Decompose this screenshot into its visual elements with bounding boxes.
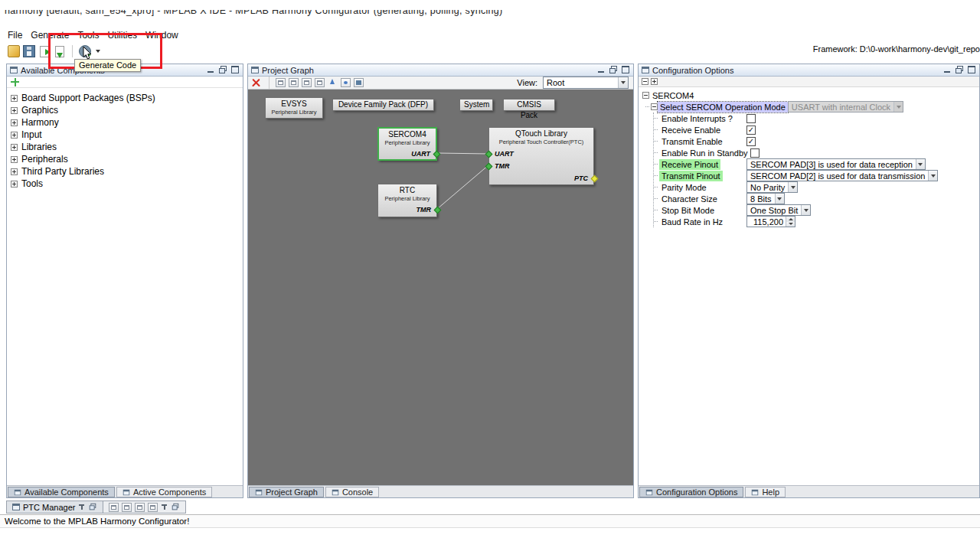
tree-item-graphics[interactable]: Graphics [7, 104, 243, 116]
tab-project-graph[interactable]: Project Graph [249, 487, 324, 497]
tree-item-bsp[interactable]: Board Support Packages (BSPs) [7, 92, 243, 104]
export-icon[interactable] [55, 46, 64, 57]
node-device-family-pack[interactable]: Device Family Pack (DFP) [332, 99, 434, 111]
maximize-icon[interactable] [967, 66, 976, 74]
expand-icon[interactable] [11, 95, 18, 102]
run-in-standby-checkbox[interactable] [750, 148, 760, 158]
parity-mode-select[interactable]: No Parity [746, 181, 798, 193]
collapse-all-icon[interactable] [642, 78, 648, 85]
expand-icon[interactable] [11, 181, 18, 187]
tree-item-third-party[interactable]: Third Party Libraries [7, 165, 243, 178]
config-row-enable-interrupts[interactable]: Enable Interrupts ? [654, 112, 979, 124]
graph-canvas[interactable]: EVSYS Peripheral Library Device Family P… [248, 90, 633, 485]
float-window-icon[interactable] [172, 504, 179, 510]
config-row-receive-enable[interactable]: Receive Enable ✓ [654, 124, 979, 135]
transmit-enable-checkbox[interactable]: ✓ [746, 137, 756, 146]
receive-enable-checkbox[interactable]: ✓ [746, 126, 756, 135]
receive-pinout-select[interactable]: SERCOM PAD[3] is used for data reception [746, 158, 926, 170]
tab-help[interactable]: Help [745, 487, 786, 497]
window-icon[interactable] [109, 503, 119, 512]
save-icon[interactable] [23, 45, 35, 57]
expand-icon[interactable] [11, 144, 18, 151]
config-row-transmit-enable[interactable]: Transmit Enable ✓ [654, 135, 979, 147]
node-system[interactable]: System [459, 99, 493, 111]
config-row-transmit-pinout[interactable]: Transmit Pinout SERCOM PAD[2] is used fo… [654, 170, 979, 181]
expand-all-icon[interactable] [651, 78, 658, 85]
window-icon[interactable] [135, 503, 145, 512]
new-window-icon[interactable] [276, 78, 286, 87]
expand-icon[interactable] [11, 156, 18, 163]
config-row-run-in-standby[interactable]: Enable Run in Standby [654, 147, 979, 158]
window-icon[interactable] [122, 503, 132, 512]
node-sercom4[interactable]: SERCOM4 Peripheral Library UART [377, 127, 437, 161]
delete-node-icon[interactable] [252, 79, 260, 87]
node-rtc[interactable]: RTC Peripheral Library TMR [377, 184, 437, 217]
tree-item-input[interactable]: Input [7, 129, 243, 141]
menu-tools[interactable]: Tools [77, 30, 99, 41]
stop-bit-mode-select[interactable]: One Stop Bit [746, 204, 811, 216]
menu-utilities[interactable]: Utilities [107, 30, 137, 41]
generate-code-caret-icon[interactable] [96, 50, 100, 53]
menu-generate[interactable]: Generate [31, 30, 69, 41]
config-row-operation-mode[interactable]: Select SERCOM Operation Mode USART with … [645, 101, 979, 112]
collapse-icon[interactable] [642, 92, 649, 99]
maximize-icon[interactable] [230, 66, 240, 74]
tile-window-icon[interactable] [302, 78, 312, 87]
minimize-icon[interactable] [942, 66, 952, 74]
expand-icon[interactable] [11, 107, 18, 114]
close-window-icon[interactable] [315, 78, 325, 87]
tree-item-harmony[interactable]: Harmony [7, 116, 243, 129]
save-graph-icon[interactable] [354, 78, 364, 87]
tree-item-peripherals[interactable]: Peripherals [7, 153, 243, 165]
zoom-fit-icon[interactable] [341, 78, 351, 87]
config-row-parity-mode[interactable]: Parity Mode No Parity [654, 181, 979, 193]
minimize-icon[interactable] [206, 66, 215, 74]
view-select[interactable]: Root [543, 77, 629, 89]
float-window-icon[interactable] [955, 66, 964, 74]
chevron-down-icon[interactable] [916, 159, 925, 169]
chevron-down-icon[interactable] [775, 194, 784, 204]
window-icon[interactable] [148, 503, 158, 512]
baud-rate-spinner[interactable]: 115,200 [746, 216, 795, 227]
harmony-icon[interactable] [8, 45, 20, 57]
move-up-icon[interactable] [328, 78, 338, 87]
chevron-down-icon[interactable] [618, 77, 628, 88]
minimize-icon[interactable] [596, 66, 606, 74]
node-qtouch-library[interactable]: QTouch Library Peripheral Touch Controll… [488, 127, 594, 185]
expand-icon[interactable] [11, 132, 18, 139]
transmit-pinout-select[interactable]: SERCOM PAD[2] is used for data transmiss… [746, 170, 938, 181]
menu-window[interactable]: Window [145, 30, 178, 41]
expand-icon[interactable] [11, 168, 18, 175]
chevron-down-icon[interactable] [801, 205, 810, 215]
config-row-character-size[interactable]: Character Size 8 Bits [654, 193, 979, 204]
float-window-icon[interactable] [89, 504, 96, 510]
pin-icon[interactable] [78, 504, 85, 510]
config-root-sercom4[interactable]: SERCOM4 [642, 90, 979, 101]
float-window-icon[interactable] [218, 66, 227, 74]
operation-mode-select[interactable]: USART with internal Clock [788, 101, 903, 112]
config-row-stop-bit-mode[interactable]: Stop Bit Mode One Stop Bit [654, 204, 979, 216]
expand-icon[interactable] [11, 119, 18, 126]
spinner-down-icon[interactable] [786, 222, 795, 227]
chevron-down-icon[interactable] [928, 171, 937, 181]
collapse-icon[interactable] [651, 103, 658, 110]
config-row-baud-rate[interactable]: Baud Rate in Hz 115,200 [654, 216, 979, 227]
enable-interrupts-checkbox[interactable] [746, 114, 756, 123]
pin-icon[interactable] [161, 504, 168, 510]
character-size-select[interactable]: 8 Bits [746, 193, 785, 204]
tab-active-components[interactable]: Active Components [116, 487, 212, 497]
node-cmsis-pack[interactable]: CMSIS Pack [503, 99, 555, 111]
node-evsys[interactable]: EVSYS Peripheral Library [265, 97, 323, 119]
chevron-down-icon[interactable] [788, 182, 797, 192]
tab-console[interactable]: Console [325, 487, 379, 497]
tree-item-libraries[interactable]: Libraries [7, 141, 243, 153]
float-window-icon[interactable] [609, 66, 618, 74]
tab-ptc-manager[interactable]: PTC Manager [6, 500, 103, 514]
tree-item-tools[interactable]: Tools [7, 178, 243, 190]
config-row-receive-pinout[interactable]: Receive Pinout SERCOM PAD[3] is used for… [654, 158, 979, 170]
menu-file[interactable]: File [8, 30, 22, 41]
import-icon[interactable] [40, 46, 49, 57]
maximize-icon[interactable] [621, 66, 630, 74]
tab-available-components[interactable]: Available Components [8, 487, 115, 497]
tab-configuration-options[interactable]: Configuration Options [639, 487, 743, 497]
